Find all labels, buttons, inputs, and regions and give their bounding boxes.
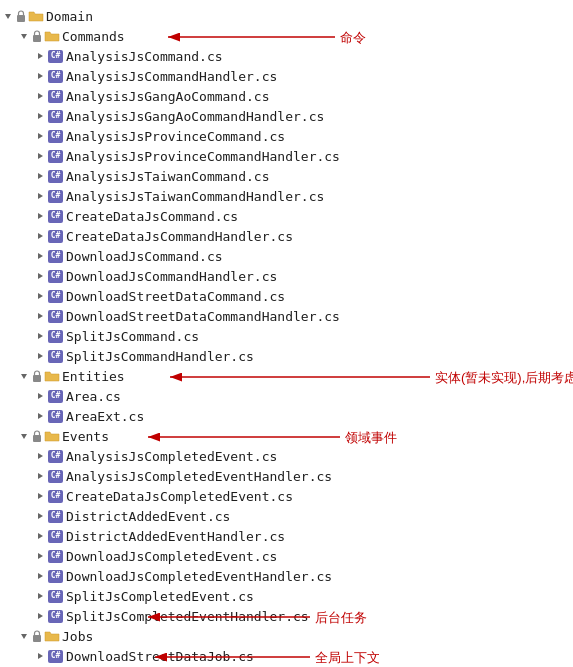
expand-arrow[interactable]: [36, 412, 44, 420]
collapse-arrow[interactable]: [20, 372, 28, 380]
tree-arrow[interactable]: [32, 532, 48, 540]
tree-arrow[interactable]: [32, 652, 48, 660]
expand-arrow[interactable]: [36, 72, 44, 80]
expand-arrow[interactable]: [36, 312, 44, 320]
tree-item-entities[interactable]: Entities: [0, 366, 573, 386]
expand-arrow[interactable]: [36, 612, 44, 620]
tree-arrow[interactable]: [32, 192, 48, 200]
tree-arrow[interactable]: [32, 492, 48, 500]
tree-item-f27[interactable]: C#SplitJsCompletedEventHandler.cs: [0, 606, 573, 626]
tree-item-jobs[interactable]: Jobs: [0, 626, 573, 646]
tree-item-f25[interactable]: C#DownloadJsCompletedEventHandler.cs: [0, 566, 573, 586]
tree-item-f19[interactable]: C#AnalysisJsCompletedEvent.cs: [0, 446, 573, 466]
tree-item-f1[interactable]: C#AnalysisJsCommand.cs: [0, 46, 573, 66]
expand-arrow[interactable]: [36, 332, 44, 340]
tree-arrow[interactable]: [32, 272, 48, 280]
tree-arrow[interactable]: [32, 592, 48, 600]
tree-arrow[interactable]: [32, 232, 48, 240]
expand-arrow[interactable]: [36, 652, 44, 660]
tree-arrow[interactable]: [16, 372, 32, 380]
tree-item-f11[interactable]: C#DownloadJsCommand.cs: [0, 246, 573, 266]
expand-arrow[interactable]: [36, 492, 44, 500]
tree-arrow[interactable]: [32, 252, 48, 260]
tree-item-f4[interactable]: C#AnalysisJsGangAoCommandHandler.cs: [0, 106, 573, 126]
tree-arrow[interactable]: [32, 292, 48, 300]
collapse-arrow[interactable]: [20, 432, 28, 440]
expand-arrow[interactable]: [36, 152, 44, 160]
tree-arrow[interactable]: [32, 132, 48, 140]
tree-arrow[interactable]: [32, 472, 48, 480]
expand-arrow[interactable]: [36, 52, 44, 60]
tree-item-f2[interactable]: C#AnalysisJsCommandHandler.cs: [0, 66, 573, 86]
tree-item-f13[interactable]: C#DownloadStreetDataCommand.cs: [0, 286, 573, 306]
tree-item-f12[interactable]: C#DownloadJsCommandHandler.cs: [0, 266, 573, 286]
expand-arrow[interactable]: [36, 592, 44, 600]
expand-arrow[interactable]: [36, 572, 44, 580]
tree-arrow[interactable]: [32, 312, 48, 320]
tree-item-f17[interactable]: C#Area.cs: [0, 386, 573, 406]
tree-item-f26[interactable]: C#SplitJsCompletedEvent.cs: [0, 586, 573, 606]
expand-arrow[interactable]: [36, 172, 44, 180]
expand-arrow[interactable]: [36, 472, 44, 480]
expand-arrow[interactable]: [36, 392, 44, 400]
tree-item-f14[interactable]: C#DownloadStreetDataCommandHandler.cs: [0, 306, 573, 326]
tree-item-f28[interactable]: C#DownloadStreetDataJob.cs: [0, 646, 573, 666]
tree-arrow[interactable]: [32, 392, 48, 400]
tree-arrow[interactable]: [32, 52, 48, 60]
tree-arrow[interactable]: [16, 32, 32, 40]
expand-arrow[interactable]: [36, 552, 44, 560]
expand-arrow[interactable]: [36, 132, 44, 140]
tree-arrow[interactable]: [32, 412, 48, 420]
expand-arrow[interactable]: [36, 232, 44, 240]
tree-item-f22[interactable]: C#DistrictAddedEvent.cs: [0, 506, 573, 526]
tree-item-f3[interactable]: C#AnalysisJsGangAoCommand.cs: [0, 86, 573, 106]
expand-arrow[interactable]: [36, 292, 44, 300]
tree-item-f6[interactable]: C#AnalysisJsProvinceCommandHandler.cs: [0, 146, 573, 166]
tree-item-commands[interactable]: Commands: [0, 26, 573, 46]
tree-arrow[interactable]: [32, 512, 48, 520]
expand-arrow[interactable]: [36, 452, 44, 460]
tree-arrow[interactable]: [32, 152, 48, 160]
tree-arrow[interactable]: [32, 572, 48, 580]
tree-item-f15[interactable]: C#SplitJsCommand.cs: [0, 326, 573, 346]
expand-arrow[interactable]: [36, 512, 44, 520]
tree-arrow[interactable]: [32, 72, 48, 80]
tree-item-f21[interactable]: C#CreateDataJsCompletedEvent.cs: [0, 486, 573, 506]
tree-arrow[interactable]: [32, 552, 48, 560]
expand-arrow[interactable]: [36, 532, 44, 540]
expand-arrow[interactable]: [36, 192, 44, 200]
tree-arrow[interactable]: [32, 112, 48, 120]
tree-item-f7[interactable]: C#AnalysisJsTaiwanCommand.cs: [0, 166, 573, 186]
tree-arrow[interactable]: [32, 92, 48, 100]
cs-file-icon: C#: [48, 290, 63, 303]
tree-item-f18[interactable]: C#AreaExt.cs: [0, 406, 573, 426]
tree-item-f10[interactable]: C#CreateDataJsCommandHandler.cs: [0, 226, 573, 246]
tree-item-events[interactable]: Events: [0, 426, 573, 446]
tree-item-f16[interactable]: C#SplitJsCommandHandler.cs: [0, 346, 573, 366]
tree-item-domain[interactable]: Domain: [0, 6, 573, 26]
tree-arrow[interactable]: [32, 452, 48, 460]
collapse-arrow[interactable]: [20, 32, 28, 40]
tree-arrow[interactable]: [16, 432, 32, 440]
expand-arrow[interactable]: [36, 272, 44, 280]
tree-arrow[interactable]: [16, 632, 32, 640]
tree-item-f24[interactable]: C#DownloadJsCompletedEvent.cs: [0, 546, 573, 566]
expand-arrow[interactable]: [36, 92, 44, 100]
tree-arrow[interactable]: [32, 612, 48, 620]
expand-arrow[interactable]: [36, 112, 44, 120]
tree-arrow[interactable]: [32, 332, 48, 340]
tree-arrow[interactable]: [32, 212, 48, 220]
expand-arrow[interactable]: [36, 352, 44, 360]
tree-item-f8[interactable]: C#AnalysisJsTaiwanCommandHandler.cs: [0, 186, 573, 206]
tree-arrow[interactable]: [32, 352, 48, 360]
tree-arrow[interactable]: [32, 172, 48, 180]
tree-item-f20[interactable]: C#AnalysisJsCompletedEventHandler.cs: [0, 466, 573, 486]
tree-item-f23[interactable]: C#DistrictAddedEventHandler.cs: [0, 526, 573, 546]
expand-arrow[interactable]: [36, 252, 44, 260]
tree-item-f5[interactable]: C#AnalysisJsProvinceCommand.cs: [0, 126, 573, 146]
collapse-arrow[interactable]: [20, 632, 28, 640]
tree-arrow[interactable]: [0, 12, 16, 20]
expand-arrow[interactable]: [36, 212, 44, 220]
collapse-arrow[interactable]: [4, 12, 12, 20]
tree-item-f9[interactable]: C#CreateDataJsCommand.cs: [0, 206, 573, 226]
